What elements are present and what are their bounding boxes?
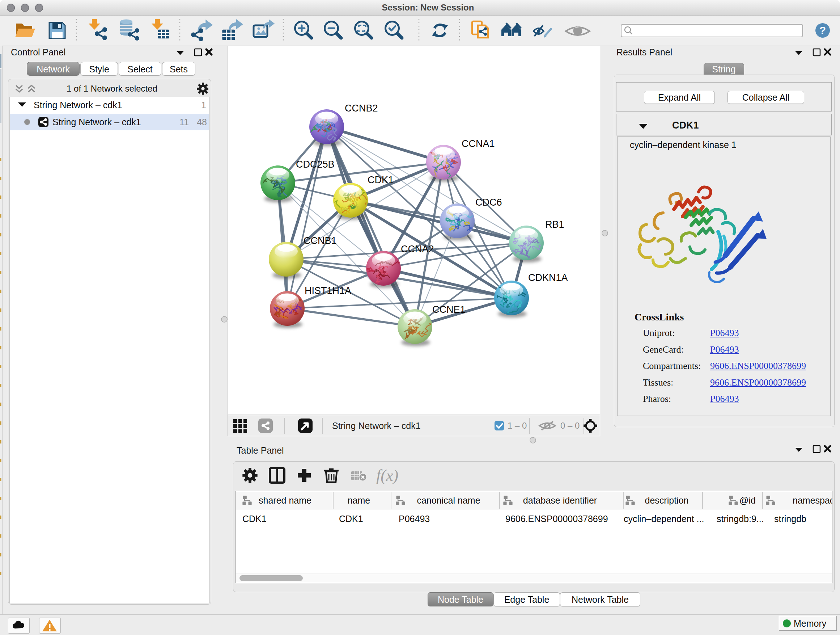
- svg-text:CDK1: CDK1: [368, 174, 393, 185]
- svg-text:String Network – cdk1: String Network – cdk1: [34, 100, 122, 110]
- svg-text:CDC25B: CDC25B: [296, 159, 335, 170]
- svg-text:48: 48: [197, 117, 207, 127]
- svg-text:String Network – cdk1: String Network – cdk1: [52, 117, 141, 127]
- svg-text:String Network – cdk1: String Network – cdk1: [332, 421, 421, 431]
- svg-text:CCNA2: CCNA2: [401, 244, 434, 255]
- svg-text:f(x): f(x): [376, 467, 398, 485]
- svg-text:11: 11: [180, 117, 189, 127]
- svg-text:CDK1: CDK1: [242, 514, 267, 524]
- svg-text:CCNB2: CCNB2: [345, 103, 378, 114]
- svg-text:RB1: RB1: [545, 219, 564, 230]
- svg-text:CDC6: CDC6: [475, 197, 502, 208]
- svg-text:1: 1: [201, 100, 206, 110]
- svg-text:cyclin–dependent ...: cyclin–dependent ...: [624, 514, 704, 524]
- svg-text:stringdb: stringdb: [774, 514, 806, 524]
- svg-text:?: ?: [819, 24, 826, 36]
- svg-text:1 – 0: 1 – 0: [508, 421, 527, 431]
- svg-text:CDK1: CDK1: [339, 514, 363, 524]
- svg-text:0 – 0: 0 – 0: [561, 421, 579, 431]
- svg-text:CCNB1: CCNB1: [303, 235, 337, 246]
- svg-text:9606.ENSP00000378699: 9606.ENSP00000378699: [505, 514, 608, 524]
- svg-text:CCNE1: CCNE1: [432, 304, 466, 315]
- svg-text:HIST1H1A: HIST1H1A: [305, 285, 351, 296]
- svg-text:stringdb:9...: stringdb:9...: [717, 514, 764, 524]
- svg-text:CCNA1: CCNA1: [462, 138, 495, 149]
- svg-text:P06493: P06493: [399, 514, 430, 524]
- svg-text:CDKN1A: CDKN1A: [528, 272, 568, 283]
